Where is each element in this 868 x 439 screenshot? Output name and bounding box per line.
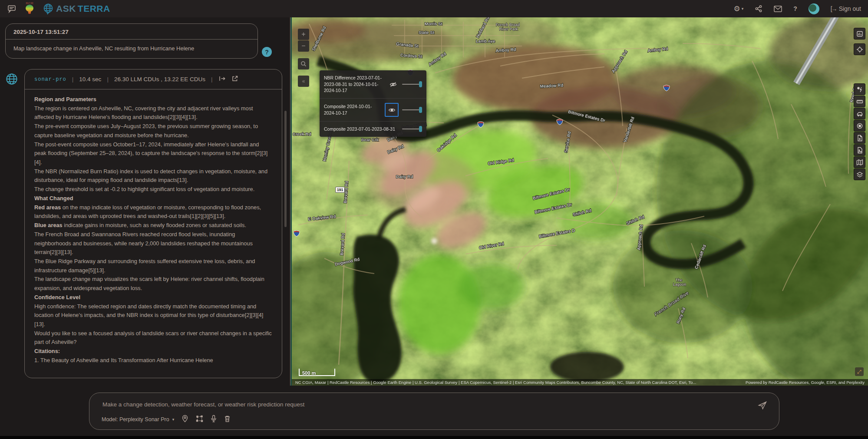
model-badge: sonar-pro xyxy=(34,76,66,83)
layer-row-composite-post[interactable]: Composite 2024-10-01-2024-10-17 xyxy=(320,99,426,122)
sign-out-button[interactable]: [→ Sign out xyxy=(831,5,861,12)
map-road-label: Lagoon xyxy=(673,282,686,287)
layer-row-composite-pre[interactable]: Composite 2023-07-01-2023-08-31 xyxy=(320,122,426,137)
response-paragraph: Red areas on the map indicate loss of ve… xyxy=(34,203,272,221)
composer-area: Model: Perplexity Sonar Pro ▾ xyxy=(0,386,868,439)
composer-tool-row: Model: Perplexity Sonar Pro ▾ xyxy=(102,415,231,424)
response-paragraph: The region is centered on Asheville, NC,… xyxy=(34,104,272,122)
locate-button[interactable] xyxy=(854,43,865,55)
rcr-logo-icon[interactable]: RCR xyxy=(23,1,36,16)
response-paragraph: The NBR (Normalized Burn Ratio) index is… xyxy=(34,167,272,185)
layer-row-nbr-difference[interactable]: NBR Difference 2023-07-01-2023-08-31 to … xyxy=(320,70,426,99)
map-tool-group xyxy=(854,83,865,180)
layers-collapse-button[interactable]: « xyxy=(298,76,309,87)
map-road-label: The xyxy=(676,278,683,282)
weather-tool-button[interactable] xyxy=(854,83,865,95)
map-road-label: Dairy Rd xyxy=(396,174,413,179)
chat-help-icon[interactable]: ? xyxy=(262,47,272,57)
cdu-usage: 26.30 LLM CDUs , 13.22 EE CDUs xyxy=(114,76,205,83)
response-body: Region and ParametersThe region is cente… xyxy=(25,89,282,371)
map-road-label: Morris St xyxy=(425,21,442,26)
trash-icon[interactable] xyxy=(224,415,231,424)
search-icon xyxy=(300,61,307,67)
brand-ask: ASK xyxy=(56,3,76,14)
response-heading: Region and Parameters xyxy=(34,95,272,104)
response-paragraph: Would you like to see a focused analysis… xyxy=(34,329,272,347)
route-marker-191: 191 xyxy=(335,187,345,193)
basemap-gallery-button[interactable] xyxy=(854,28,865,40)
map-attribution-bar: NC CGIA, Maxar | RedCastle Resources | G… xyxy=(292,379,868,386)
measure-tool-button[interactable] xyxy=(854,96,865,107)
assistant-globe-icon xyxy=(5,69,20,378)
user-avatar[interactable] xyxy=(809,3,819,14)
model-selector-label: Model: Perplexity Sonar Pro xyxy=(102,416,169,422)
export-pdf-button[interactable] xyxy=(854,132,865,144)
open-map-button[interactable] xyxy=(854,156,865,168)
response-paragraph: The Blue Ridge Parkway and surrounding f… xyxy=(34,257,272,275)
separator: | xyxy=(72,76,74,83)
visibility-off-icon[interactable] xyxy=(387,79,399,89)
askterra-brand[interactable]: ASKTERRA xyxy=(43,3,110,15)
response-paragraph: The landscape change map visualizes the … xyxy=(34,275,272,293)
response-heading: What Changed xyxy=(34,194,272,203)
attribution-powered-by: Powered by RedCastle Resources, Google, … xyxy=(746,380,865,385)
zoom-controls: + − xyxy=(298,29,309,52)
navbar-left: RCR ASKTERRA xyxy=(7,1,110,16)
record-tool-button[interactable] xyxy=(854,120,865,132)
settings-gear-icon[interactable]: ⚙▾ xyxy=(733,5,743,13)
zoom-out-button[interactable]: − xyxy=(298,40,309,52)
response-heading: Confidence Level xyxy=(34,293,272,302)
share-icon[interactable] xyxy=(755,5,762,13)
brand-terra: TERRA xyxy=(78,3,110,14)
layer-label: Composite 2023-07-01-2023-08-31 xyxy=(324,126,399,132)
map-corner-widget-icon[interactable]: ⤢ xyxy=(855,367,864,376)
response-paragraph: 1. The Beauty of Asheville and Its Trans… xyxy=(34,356,272,365)
layer-opacity-slider[interactable] xyxy=(402,107,422,113)
map-road-label: Bear Crk xyxy=(361,137,379,142)
model-selector[interactable]: Model: Perplexity Sonar Pro ▾ xyxy=(102,416,174,422)
layer-opacity-slider[interactable] xyxy=(402,81,422,87)
export-image-button[interactable] xyxy=(854,144,865,156)
elapsed-time: 10.4 sec xyxy=(79,76,101,83)
map-layers-button[interactable] xyxy=(854,168,865,180)
response-paragraph: The French Broad and Swannanoa Rivers re… xyxy=(34,230,272,257)
prompt-input[interactable] xyxy=(102,401,492,408)
globe-bubble-icon xyxy=(43,3,54,15)
chat-scrollbar[interactable] xyxy=(284,111,287,227)
response-heading: Citations: xyxy=(34,347,272,356)
separator: | xyxy=(211,76,213,83)
location-pin-icon[interactable] xyxy=(182,415,188,424)
map-panel[interactable]: Morris StState StGranada StCordova StHub… xyxy=(292,17,868,386)
top-navbar: RCR ASKTERRA ⚙▾ ? xyxy=(0,0,868,17)
assistant-response-card: sonar-pro | 10.4 sec | 26.30 LLM CDUs , … xyxy=(24,69,282,378)
composer-box[interactable]: Model: Perplexity Sonar Pro ▾ xyxy=(89,393,779,430)
draw-region-icon[interactable] xyxy=(196,415,203,424)
user-query-text: Map landscape change in Asheville, NC re… xyxy=(6,40,257,58)
map-toolbar xyxy=(854,28,865,180)
main-row: 2025-10-17 13:51:27 Map landscape change… xyxy=(0,17,868,386)
zoom-in-button[interactable]: + xyxy=(298,29,309,40)
response-paragraph: Blue areas indicate gains in moisture, s… xyxy=(34,221,272,230)
map-search-button[interactable] xyxy=(298,58,309,69)
map-road-label: State St xyxy=(419,30,434,35)
response-paragraph: High confidence: The selected region and… xyxy=(34,302,272,329)
microphone-icon[interactable] xyxy=(211,415,217,424)
export-icon[interactable] xyxy=(218,75,226,83)
visibility-on-icon[interactable] xyxy=(385,103,399,117)
layer-opacity-slider[interactable] xyxy=(402,126,422,132)
vehicle-tool-button[interactable] xyxy=(854,108,865,119)
map-road-label: Lamb Ave xyxy=(476,39,495,43)
layer-label: NBR Difference 2023-07-01-2023-08-31 to … xyxy=(324,75,384,94)
attribution-sources: NC CGIA, Maxar | RedCastle Resources | G… xyxy=(295,380,696,385)
chat-history-icon[interactable] xyxy=(7,4,17,13)
navbar-right: ⚙▾ ? [→ Sign out xyxy=(733,3,861,14)
send-button[interactable] xyxy=(757,400,768,412)
help-icon[interactable]: ? xyxy=(793,5,797,12)
map-scale-bar: 500 m xyxy=(299,369,335,376)
mail-icon[interactable] xyxy=(774,6,782,12)
chevron-down-icon: ▾ xyxy=(172,417,175,422)
open-external-icon[interactable] xyxy=(231,75,238,83)
map-road-label: River Park xyxy=(499,27,518,31)
user-message-card: 2025-10-17 13:51:27 Map landscape change… xyxy=(5,23,258,59)
layer-label: Composite 2024-10-01-2024-10-17 xyxy=(324,103,381,116)
